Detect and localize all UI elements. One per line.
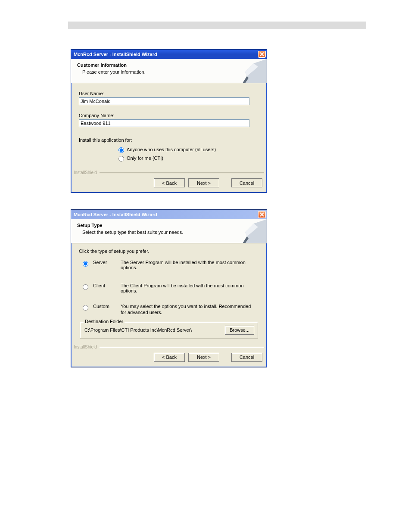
destination-folder-group: Destination Folder C:\Program Files\CTI … [80,322,258,339]
radio-all-users-input[interactable] [118,147,124,153]
radio-only-me-label: Only for me (CTI) [127,156,163,161]
next-button[interactable]: Next > [188,353,219,362]
brand-divider: InstallShield [71,170,267,175]
wizard-body: Click the type of setup you prefer. Serv… [71,243,267,341]
radio-custom-label: Custom [93,304,117,309]
close-button[interactable] [258,51,266,58]
radio-server-label: Server [93,260,117,265]
radio-all-users[interactable]: Anyone who uses this computer (all users… [118,147,259,153]
titlebar[interactable]: McnRcd Server - InstallShield Wizard [71,210,267,219]
close-icon [260,52,264,56]
destination-folder-legend: Destination Folder [84,319,125,324]
wizard-header: Setup Type Select the setup type that be… [71,219,267,243]
wizard-footer: < Back Next > Cancel [71,349,267,367]
install-for-label: Install this application for: [79,137,259,143]
radio-custom-input[interactable] [83,305,88,311]
close-icon [260,212,264,217]
window-title: McnRcd Server - InstallShield Wizard [74,52,157,57]
radio-client-input[interactable] [83,284,88,290]
titlebar[interactable]: McnRcd Server - InstallShield Wizard [71,50,267,59]
radio-only-me-input[interactable] [118,156,124,162]
destination-path: C:\Program Files\CTI Products Inc\McnRcd… [84,327,221,333]
window-title: McnRcd Server - InstallShield Wizard [74,212,157,217]
radio-client-label: Client [93,283,117,288]
next-button[interactable]: Next > [188,178,219,187]
wizard-header: Customer Information Please enter your i… [71,59,267,83]
setup-type-group: Server The Server Program will be instal… [79,260,259,316]
user-name-label: User Name: [79,91,259,96]
browse-button[interactable]: Browse... [225,326,254,335]
wizard-footer: < Back Next > Cancel [71,175,267,193]
installer-dialog-setup-type: McnRcd Server - InstallShield Wizard Set… [71,209,267,367]
back-button[interactable]: < Back [154,353,185,362]
radio-custom[interactable]: Custom You may select the options you wa… [81,304,259,316]
browse-label: Browse... [230,327,249,333]
setup-intro: Click the type of setup you prefer. [79,249,259,254]
user-name-input[interactable] [79,97,249,105]
brand-label: InstallShield [74,345,97,349]
company-name-label: Company Name: [79,113,259,118]
radio-only-me[interactable]: Only for me (CTI) [118,156,259,162]
brand-label: InstallShield [74,170,97,175]
header-graphic-icon [228,59,267,83]
divider-line [100,172,264,173]
radio-all-users-label: Anyone who uses this computer (all users… [127,147,216,152]
wizard-body: User Name: Company Name: Install this ap… [71,83,267,167]
page-top-strip [68,22,366,29]
cancel-button[interactable]: Cancel [231,178,262,187]
radio-client-desc: The Client Program will be installed wit… [121,283,259,293]
divider-line [100,347,264,347]
radio-server-input[interactable] [83,261,88,267]
close-button[interactable] [258,211,266,218]
brand-divider: InstallShield [71,345,267,349]
company-name-input[interactable] [79,119,249,127]
installer-dialog-customer-info: McnRcd Server - InstallShield Wizard Cus… [71,49,267,193]
radio-custom-desc: You may select the options you want to i… [121,304,259,316]
radio-client[interactable]: Client The Client Program will be instal… [81,283,259,293]
header-graphic-icon [228,219,267,243]
cancel-button[interactable]: Cancel [231,353,262,362]
back-button[interactable]: < Back [154,178,185,187]
radio-server-desc: The Server Program will be installed wit… [121,260,259,270]
radio-server[interactable]: Server The Server Program will be instal… [81,260,259,270]
